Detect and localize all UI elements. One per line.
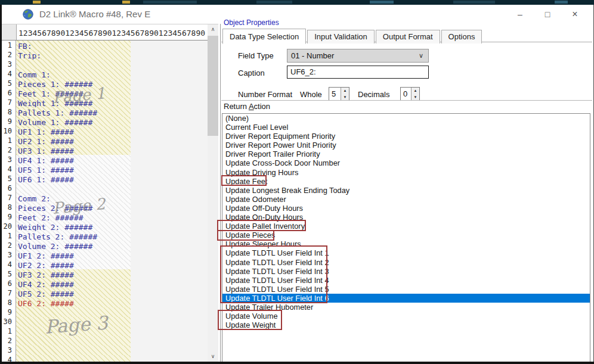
macro-line[interactable]: 1 FB: ____________________ bbox=[2, 41, 208, 50]
line-number: 1 bbox=[2, 41, 16, 50]
ruler-digits: 1234567890123456789012345678901234567890 bbox=[17, 24, 205, 40]
macro-line[interactable]: 8 Pieces_2: ###### bbox=[2, 203, 208, 212]
macro-line[interactable]: 3 bbox=[2, 346, 208, 355]
return-action-item[interactable]: Update Driving Hours bbox=[222, 168, 590, 177]
return-action-item[interactable]: Update Weight bbox=[222, 321, 590, 329]
macro-line[interactable]: 4 UF2_2: ##### bbox=[2, 260, 208, 269]
return-action-item[interactable]: Update Trailer Hubometer bbox=[222, 303, 590, 312]
macro-line[interactable]: 8 Pallets_1: ###### bbox=[2, 107, 208, 117]
macro-page-band: Pallets_2: ###### bbox=[16, 231, 131, 241]
macro-page-band bbox=[16, 317, 131, 326]
return-action-item[interactable]: Update Feet bbox=[222, 177, 590, 186]
return-action-item[interactable]: Driver Report Trailer Priority bbox=[222, 150, 590, 158]
scrollbar-thumb[interactable] bbox=[208, 36, 218, 136]
macro-line[interactable]: 6 Feet_1: ###### bbox=[2, 88, 208, 98]
macro-line[interactable]: 5 UF3_2: ##### bbox=[2, 269, 208, 279]
macro-line[interactable]: 3 bbox=[2, 60, 208, 69]
return-action-item[interactable]: Driver Report Power Unit Priority bbox=[222, 141, 590, 150]
macro-line[interactable]: 5 Pieces_1: ###### bbox=[2, 79, 208, 88]
macro-line-text: Pallets_2: ###### bbox=[16, 232, 97, 241]
macro-line[interactable]: 4 UF5_1: ##### bbox=[2, 164, 208, 174]
caption-value: UF6_2: bbox=[290, 67, 316, 76]
macro-line[interactable]: 7 Comm 2: __________ bbox=[2, 193, 208, 203]
tab[interactable]: Input Validation bbox=[307, 30, 375, 43]
return-action-item-label: Update TLDTL User Field Int 5 bbox=[225, 285, 329, 294]
return-action-item[interactable]: Update Odometer bbox=[222, 195, 590, 204]
return-action-item[interactable]: Current Fuel Level bbox=[222, 123, 590, 132]
macro-line[interactable]: 2 bbox=[2, 336, 208, 346]
field-type-dropdown[interactable]: 01 - Number ∨ bbox=[287, 49, 429, 63]
spinner-down-icon[interactable]: ▼ bbox=[341, 94, 349, 101]
tab[interactable]: Data Type Selection bbox=[222, 29, 306, 44]
return-action-item[interactable]: (None) bbox=[222, 114, 590, 123]
macro-line[interactable]: 2 Volume_2: ###### bbox=[2, 241, 208, 250]
return-action-item[interactable]: Update Pieces bbox=[222, 231, 590, 239]
return-action-item[interactable]: Update On-Duty Hours bbox=[222, 213, 590, 222]
macro-line[interactable]: 1 bbox=[2, 326, 208, 336]
macro-line[interactable]: 4 bbox=[2, 355, 208, 362]
macro-page-band: Pallets_1: ###### bbox=[16, 107, 131, 117]
macro-line[interactable]: 10 UF1_1: ##### bbox=[2, 126, 208, 136]
return-action-item[interactable]: Update TLDTL User Field Int 4 bbox=[222, 276, 590, 285]
line-number: 2 bbox=[2, 50, 16, 60]
macro-line-margin bbox=[131, 307, 208, 317]
object-properties-pane: Object Properties Data Type Selection In… bbox=[221, 18, 592, 362]
tab[interactable]: Options bbox=[441, 30, 482, 43]
return-action-item[interactable]: Update TLDTL User Field Int 5 bbox=[222, 285, 590, 294]
tab[interactable]: Output Format bbox=[376, 30, 440, 43]
return-action-item[interactable]: Update TLDTL User Field Int 2 bbox=[222, 258, 590, 267]
caption-input[interactable]: UF6_2: bbox=[287, 66, 429, 79]
macro-line[interactable]: 1 Pallets_2: ###### bbox=[2, 231, 208, 241]
macro-line-text bbox=[16, 337, 18, 346]
return-action-item[interactable]: Update Cross-Dock Door Number bbox=[222, 158, 590, 167]
whole-spinner[interactable]: 5 ▲ ▼ bbox=[329, 87, 349, 101]
macro-line-margin bbox=[131, 346, 208, 355]
macro-line[interactable]: 20 Weight_2: ###### bbox=[2, 222, 208, 231]
macro-line[interactable]: 1 UF2_1: ##### bbox=[2, 136, 208, 145]
return-action-item[interactable]: Update Pallet Inventory bbox=[222, 222, 590, 231]
return-action-item[interactable]: Update Sleeper Hours bbox=[222, 239, 590, 248]
macro-line[interactable]: 5 UF6_1: ##### bbox=[2, 174, 208, 183]
macro-line-text: UF2_2: ##### bbox=[16, 261, 74, 270]
return-action-item-label: Driver Report Equipment Priority bbox=[225, 132, 335, 141]
line-number: 4 bbox=[2, 69, 16, 79]
line-number: 9 bbox=[2, 117, 16, 126]
macro-line[interactable]: 9 Volume_1: ###### bbox=[2, 117, 208, 126]
return-action-item[interactable]: Update TLDTL User Field Int 1 bbox=[222, 248, 590, 257]
macro-line[interactable]: 7 Weight_1: ###### bbox=[2, 98, 208, 107]
macro-line[interactable]: 30 bbox=[2, 317, 208, 326]
macro-line-margin bbox=[131, 98, 208, 107]
macro-line[interactable]: 6 bbox=[2, 183, 208, 193]
macro-line[interactable]: 8 UF6_2: ##### bbox=[2, 298, 208, 307]
return-action-item-label: Update Cross-Dock Door Number bbox=[225, 158, 340, 167]
macro-line-text: UF6_2: ##### bbox=[16, 299, 74, 308]
spinner-down-icon[interactable]: ▼ bbox=[412, 94, 419, 101]
return-action-item[interactable]: Update TLDTL User Field Int 6 bbox=[222, 294, 590, 303]
scroll-up-arrow-icon[interactable]: ∧ bbox=[208, 24, 218, 35]
return-action-item[interactable]: Update Volume bbox=[222, 312, 590, 321]
return-action-item[interactable]: Update Longest Break Ending Today bbox=[222, 186, 590, 195]
decimals-spinner[interactable]: 0 ▲ ▼ bbox=[400, 87, 420, 101]
scroll-down-arrow-icon[interactable]: ∨ bbox=[208, 351, 218, 362]
macro-line[interactable]: 2 UF3_1: ##### bbox=[2, 145, 208, 155]
return-action-item[interactable]: Update Off-Duty Hours bbox=[222, 204, 590, 213]
spinner-up-icon[interactable]: ▲ bbox=[412, 88, 419, 94]
line-number: 2 bbox=[2, 336, 16, 346]
editor-vertical-scrollbar[interactable]: ∧ ∨ bbox=[208, 24, 218, 362]
column-ruler: 1234567890123456789012345678901234567890 bbox=[2, 24, 208, 41]
return-action-item[interactable]: Update TLDTL User Field Int 3 bbox=[222, 267, 590, 276]
macro-line[interactable]: 9 bbox=[2, 307, 208, 317]
macro-line[interactable]: 3 UF1_2: ##### bbox=[2, 250, 208, 260]
macro-line[interactable]: 7 UF5_2: ##### bbox=[2, 288, 208, 298]
macro-line[interactable]: 3 UF4_1: ##### bbox=[2, 155, 208, 164]
macro-line[interactable]: 6 UF4_2: ##### bbox=[2, 279, 208, 288]
macro-page-band bbox=[16, 346, 131, 355]
macro-line[interactable]: 2 Trip: ___________ bbox=[2, 50, 208, 60]
return-action-item[interactable]: Driver Report Equipment Priority bbox=[222, 132, 590, 141]
return-action-item-label: Update Sleeper Hours bbox=[225, 239, 301, 248]
spinner-up-icon[interactable]: ▲ bbox=[341, 88, 349, 94]
return-action-listbox[interactable]: (None) Current Fuel Level Driver Report … bbox=[222, 113, 590, 362]
macro-line[interactable]: 9 Feet_2: ###### bbox=[2, 212, 208, 222]
macro-line[interactable]: 4 Comm 1: __________ bbox=[2, 69, 208, 79]
macro-line-margin bbox=[131, 222, 208, 231]
